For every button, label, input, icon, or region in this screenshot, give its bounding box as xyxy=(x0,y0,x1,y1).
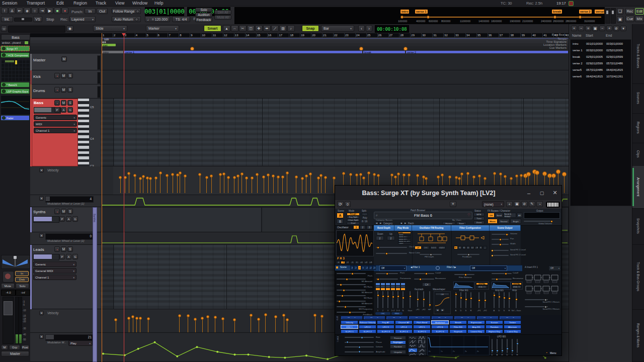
midi-note[interactable] xyxy=(224,147,227,149)
page-mix-button[interactable]: Mix xyxy=(635,16,644,22)
macro-4[interactable]: Macro 4 xyxy=(409,316,431,320)
range-tool[interactable]: ⇔ xyxy=(231,25,238,32)
record-enable-button[interactable]: ● xyxy=(54,209,60,214)
plugin-power-icon[interactable] xyxy=(2,89,6,93)
waveshaper-type[interactable]: Off xyxy=(435,293,449,296)
stretch-tool[interactable]: ◫ xyxy=(247,25,255,32)
close-icon[interactable]: ✕ xyxy=(39,334,44,339)
filter-config-5[interactable]: L·R xyxy=(475,246,479,249)
modsource-lfo6[interactable]: LFO 6 xyxy=(431,325,449,329)
midi-note[interactable] xyxy=(326,131,328,133)
midi-note[interactable] xyxy=(485,126,487,128)
slider-handle[interactable] xyxy=(501,349,504,352)
midi-note[interactable] xyxy=(228,133,230,135)
midi-note[interactable] xyxy=(211,141,214,143)
slider-handle[interactable] xyxy=(515,298,518,301)
modsource-polyat[interactable]: Poly AT xyxy=(377,320,394,324)
eg-mode-analog[interactable]: ANALOG xyxy=(476,286,488,288)
midi-note[interactable] xyxy=(195,284,197,286)
fxbypass-all[interactable]: All xyxy=(517,213,522,218)
scene-octave-+2[interactable]: +2 xyxy=(369,265,372,270)
modsource-alternate[interactable]: Alternate xyxy=(504,325,521,329)
midi-note[interactable] xyxy=(238,149,241,151)
osc-octave-+3[interactable]: +3 xyxy=(368,261,373,264)
slider-handle[interactable] xyxy=(402,297,405,299)
midi-note[interactable] xyxy=(264,149,268,151)
processor-surgext[interactable]: Surge XT xyxy=(1,46,30,51)
record-button[interactable]: ● xyxy=(61,8,68,14)
sync-button[interactable]: Int. xyxy=(1,16,13,22)
midi-note[interactable] xyxy=(462,144,464,146)
midi-note[interactable] xyxy=(148,292,152,294)
mixer-route-cell[interactable] xyxy=(376,288,380,290)
mute-button[interactable]: M xyxy=(61,100,66,106)
processor-bass21[interactable]: * Bass21 xyxy=(1,82,30,87)
slider-handle[interactable] xyxy=(419,278,422,281)
slider-handle[interactable] xyxy=(498,296,501,298)
clear-icon[interactable]: ⊘ xyxy=(613,26,619,31)
leads-velocity-lane-header[interactable]: ✕Velocity xyxy=(30,309,101,333)
lfo-shape-9[interactable] xyxy=(417,352,427,355)
midi-note[interactable] xyxy=(129,302,132,304)
modsource-lfo2[interactable]: LFO 2 xyxy=(359,325,376,329)
bass-dropdown-0[interactable]: Generic▾ xyxy=(34,115,77,120)
midi-note[interactable] xyxy=(318,133,321,135)
eg-mode-analog[interactable]: ANALOG xyxy=(512,286,522,288)
slider-handle[interactable] xyxy=(382,295,384,298)
mixer-route-cell[interactable] xyxy=(381,288,385,290)
midi-note[interactable] xyxy=(321,144,323,146)
monitor-disk-button[interactable]: Disk xyxy=(15,277,29,282)
plugin-power-icon[interactable] xyxy=(2,116,6,120)
tempo-button[interactable]: ♩ = 120.000 xyxy=(145,16,170,22)
lfo-trigger-keytrigger[interactable]: Keytrigger xyxy=(390,340,406,344)
stop-button[interactable]: ■ xyxy=(54,8,61,14)
midi-note[interactable] xyxy=(200,147,203,149)
lfo-trigger-freerun[interactable]: Freerun xyxy=(390,336,406,340)
midi-note[interactable] xyxy=(180,141,182,143)
midi-note[interactable] xyxy=(310,131,313,133)
track-fader[interactable] xyxy=(33,216,59,223)
vari-speed-button[interactable]: VS xyxy=(33,16,42,22)
midi-note[interactable] xyxy=(160,149,164,151)
filter2-type-select[interactable]: Off▾ xyxy=(470,265,507,271)
midi-note[interactable] xyxy=(140,294,142,296)
midi-note[interactable] xyxy=(426,149,430,151)
slider-handle[interactable] xyxy=(503,297,506,299)
mixer-route-cell[interactable] xyxy=(401,288,405,290)
mute-button[interactable]: M xyxy=(61,56,67,62)
slider-handle[interactable] xyxy=(478,299,480,302)
mixer-mute-cell[interactable] xyxy=(381,283,385,285)
osc-octave--4[interactable]: -4 xyxy=(336,261,341,264)
slider-handle[interactable] xyxy=(465,298,467,301)
close-icon[interactable]: ✕ xyxy=(39,196,44,201)
category-next-icon[interactable]: ▶ xyxy=(379,222,382,225)
mute-button[interactable]: Mute xyxy=(1,283,15,289)
group-button[interactable]: Grp xyxy=(9,345,20,350)
fader-handle[interactable] xyxy=(4,301,13,315)
location-marker-start[interactable]: start xyxy=(102,44,116,46)
slider-handle[interactable] xyxy=(470,297,472,300)
mode-keysplit[interactable]: Key Split xyxy=(347,216,360,219)
midi-note[interactable] xyxy=(296,118,299,120)
timesig-button[interactable]: TS: 4/4 xyxy=(172,16,190,22)
fm-routing-off[interactable]: off xyxy=(415,246,422,249)
midi-note[interactable] xyxy=(185,144,189,146)
midi-note[interactable] xyxy=(322,279,324,281)
status-tune-button[interactable]: Tune xyxy=(473,217,485,220)
marker-mode-select[interactable]: Marker▾ xyxy=(146,25,179,32)
column-header-name[interactable]: Name xyxy=(572,34,582,37)
metering-point-post[interactable]: Post xyxy=(21,345,29,350)
midi-note[interactable] xyxy=(306,144,308,146)
patch-prev-icon[interactable]: ◀ xyxy=(399,222,403,225)
record-enable-button[interactable]: ● xyxy=(54,73,60,78)
tab-arrangement[interactable]: Arrangement xyxy=(632,166,644,209)
pag-g-button[interactable]: G xyxy=(67,107,73,113)
edit-point-clock[interactable]: 00:00:10:08 xyxy=(375,25,409,33)
modsource-lfo3[interactable]: LFO 3 xyxy=(377,325,394,329)
midi-note[interactable] xyxy=(180,281,182,283)
slider-handle[interactable] xyxy=(361,336,363,339)
midi-note[interactable] xyxy=(558,141,560,143)
midi-note[interactable] xyxy=(501,152,505,154)
midi-note[interactable] xyxy=(450,147,451,149)
save-icon[interactable]: ▣ xyxy=(592,26,598,31)
